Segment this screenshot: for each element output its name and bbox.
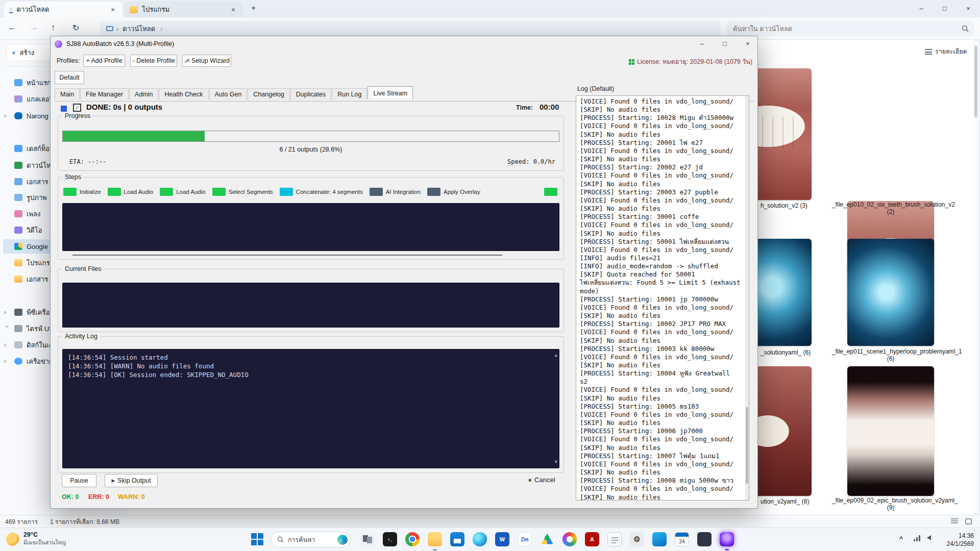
maximize-button[interactable]: □ [714,36,736,51]
add-profile-button[interactable]: + Add Profile [83,55,125,67]
search-box[interactable] [727,21,974,36]
log-line: [VOICE] Found 0 files in vdo_long_sound/ [580,411,745,419]
log-scrollbar-thumb[interactable] [746,407,748,484]
maximize-button[interactable]: □ [933,0,957,17]
scrollbar-thumb[interactable] [974,46,977,117]
tab-changelog[interactable]: Changelog [248,88,289,100]
chrome-icon[interactable] [405,532,420,546]
chevron-right-icon: › [160,25,162,33]
this-pc-icon [106,26,113,31]
close-icon[interactable]: × [229,6,238,14]
progress-label: Progress [62,112,93,119]
done-checkbox[interactable]: ✓ [73,104,81,112]
close-button[interactable]: × [737,36,758,51]
weather-widget[interactable]: 29°C มีเมฆเป็นส่วนใหญ่ [6,531,66,547]
log-line: [PROCESS] Starting: 20002 e27 jd [580,163,745,171]
tab-admin[interactable]: Admin [129,88,158,100]
tab-duplicates[interactable]: Duplicates [290,88,331,100]
app-titlebar[interactable]: SJ88 AutoBatch v26.5.3 (Multi-Profile) [51,36,757,52]
tab-file-manager[interactable]: File Manager [80,88,129,100]
speed-text: Speed: 0.0/hr [507,158,555,165]
taskbar-search[interactable]: การค้นหา [271,532,351,547]
vscode-icon[interactable] [652,532,667,546]
steps-group: Steps Initialize Load Audio Load Audio S… [58,177,564,260]
new-tab-button[interactable]: + [251,4,256,13]
explorer-tab-downloads[interactable]: ↑ ดาวน์โหลด × [4,2,122,17]
back-button[interactable]: ← [8,23,16,32]
step-status-swatch [160,188,173,196]
log-line: mode) [580,287,745,295]
download-icon: ↑ [9,6,13,13]
list-layout-icon[interactable] [951,518,958,524]
breadcrumb[interactable]: ดาวน์โหลด [122,23,155,34]
microsoft-store-icon[interactable] [450,532,464,546]
word-icon[interactable]: W [495,532,509,546]
calendar-icon[interactable]: 24 [675,532,689,546]
log-line: [SKIP] No audio files [580,131,745,139]
delete-profile-button[interactable]: - Delete Profile [130,55,177,67]
license-info: License: หมดอายุ: 2029-01-08 (1079 วัน) [629,57,752,67]
steps-timeline-track[interactable] [72,255,502,256]
log-line: [VOICE] Found 0 files in vdo_long_sound/ [580,196,745,205]
explorer-tab-programs[interactable]: โปรแกรม × [125,2,243,17]
hidden-icons-chevron[interactable]: ^ [899,535,903,542]
log-panel[interactable]: [VOICE] Found 0 files in vdo_long_sound/… [576,95,749,500]
tab-health-check[interactable]: Health Check [159,88,208,100]
step-status-swatch [427,188,440,196]
address-bar[interactable]: › ดาวน์โหลด › [100,21,721,36]
license-grid-icon [629,59,634,65]
forward-button[interactable]: → [30,23,38,32]
time-label: Time: [516,104,533,111]
photos-icon[interactable] [562,532,577,546]
eta-text: ETA: --:-- [69,158,106,165]
activity-log-panel[interactable]: ▲ ▼ [14:36:54] Session started[14:36:54]… [62,349,559,468]
minimize-button[interactable]: – [910,0,933,17]
close-icon[interactable]: × [108,6,117,14]
details-view-button[interactable]: รายละเอียด [925,45,967,58]
tab-auto-gen[interactable]: Auto Gen [209,88,248,100]
profile-tab-default[interactable]: Default [55,71,84,84]
file-explorer-icon[interactable] [428,532,442,546]
file-caption: _solutionyaml_ (6) [761,349,811,356]
clipboard-icon[interactable] [607,532,622,546]
task-view-icon[interactable] [360,532,375,546]
sj88-autobatch-icon[interactable] [720,532,734,546]
file-thumbnail[interactable] [847,366,934,496]
log-line: [PROCESS] Starting: 10005 ms103 [580,403,745,411]
skip-output-button[interactable]: ▶ Skip Output [105,474,158,487]
edge-icon[interactable] [473,532,487,546]
google-drive-icon[interactable] [540,532,554,546]
file-caption: _file_ep011_scene1_hyperloop_problemyaml… [832,348,949,362]
start-button[interactable] [251,533,263,545]
clock[interactable]: 14:36 24/1/2569 [947,532,974,548]
scroll-up-icon[interactable]: ▲ [555,351,557,360]
zoom-icon[interactable]: Zm [518,532,532,546]
tab-main[interactable]: Main [55,88,80,100]
settings-icon[interactable]: ⚙ [630,532,644,546]
pause-button[interactable]: Pause [62,474,96,487]
tab-run-log[interactable]: Run Log [332,88,367,100]
console-icon[interactable] [697,532,712,546]
acrobat-icon[interactable]: A [585,532,599,546]
activity-log-label: Activity Log [62,333,100,340]
chevron-right-icon: › [116,25,118,33]
up-button[interactable]: ↑ [51,23,55,32]
log-scrollbar[interactable] [745,96,749,500]
network-icon[interactable] [914,535,922,541]
cancel-button[interactable]: ■ Cancel [528,476,555,484]
search-input[interactable] [732,24,962,33]
terminal-icon[interactable]: ›_ [383,532,397,546]
scroll-down-icon[interactable]: ▼ [555,458,557,466]
minimize-button[interactable]: – [691,36,713,51]
gallery-icon [14,95,22,103]
scrollbar[interactable] [973,41,979,513]
thumbnail-layout-icon[interactable] [965,518,972,524]
log-line: [VOICE] Found 0 files in vdo_long_sound/ [580,171,745,180]
stop-button[interactable] [61,106,67,112]
file-thumbnail[interactable] [847,239,934,346]
volume-icon[interactable] [927,535,931,540]
close-button[interactable]: × [957,0,980,17]
setup-wizard-button[interactable]: Setup Wizard [182,55,231,67]
refresh-button[interactable]: ↻ [72,23,79,33]
tab-live-stream[interactable]: Live Stream [368,86,413,99]
